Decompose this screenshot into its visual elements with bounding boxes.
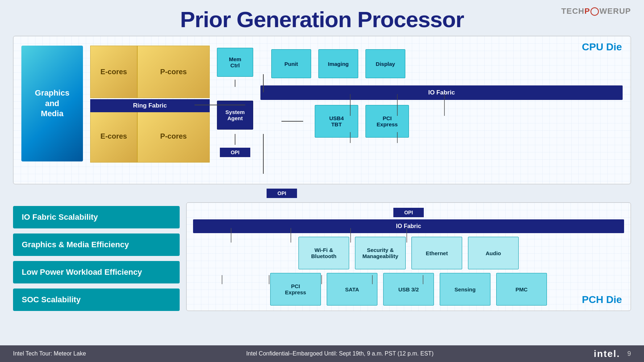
mem-to-agent-line [235, 80, 235, 87]
cpu-die-box: CPU Die [13, 36, 631, 184]
graphics-and-media-block: Graphics and Media [21, 46, 83, 161]
opi-connector-area: OPI [13, 189, 631, 198]
ring-fabric-bar: Ring Fabric [90, 99, 210, 112]
sensing-block: Sensing [440, 273, 490, 306]
bottom-section: IO Fabric Scalability Graphics & Media E… [13, 202, 631, 311]
io-fabric-bar-pch: IO Fabric [193, 219, 624, 233]
io-fabric-scalability-btn[interactable]: IO Fabric Scalability [13, 206, 180, 228]
system-agent-block: System Agent [217, 101, 253, 130]
ep-row-top: E-cores P-cores [90, 46, 210, 98]
opi-connector: OPI [267, 189, 297, 198]
low-power-workload-btn[interactable]: Low Power Workload Efficiency [13, 261, 180, 283]
footer-left-text: Intel Tech Tour: Meteor Lake [13, 350, 86, 357]
pch-die-label: PCH Die [582, 294, 622, 306]
pci-express-block-cpu: PCI Express [365, 105, 409, 138]
left-buttons-panel: IO Fabric Scalability Graphics & Media E… [13, 202, 180, 311]
main-content: CPU Die [0, 36, 644, 311]
pch-inner: IO Fabric [193, 219, 624, 306]
techpowerup-logo: TECHP◯WERUP [561, 7, 631, 16]
agent-opi-line [235, 134, 235, 145]
opi-label-bottom: OPI [267, 189, 297, 198]
cpu-die-label: CPU Die [582, 41, 622, 53]
usb32-block: USB 3/2 [383, 273, 434, 306]
footer: Intel Tech Tour: Meteor Lake Intel Confi… [0, 345, 644, 362]
cpu-center: Mem Ctrl System Agent OPI [217, 46, 253, 157]
pch-opi-label: OPI [393, 208, 424, 217]
ethernet-block: Ethernet [411, 237, 462, 269]
cpu-right: Punit Imaging Display IO Fabric USB4 TBT… [260, 46, 623, 138]
sata-block: SATA [327, 273, 377, 306]
page-title: Prior Generation Processor [0, 7, 644, 32]
ep-row-bottom: E-cores P-cores [90, 110, 210, 163]
soc-scalability-btn[interactable]: SOC Scalability [13, 289, 180, 311]
pch-opi-area: OPI [193, 208, 624, 217]
header: Prior Generation Processor TECHP◯WERUP [0, 0, 644, 36]
punit-block: Punit [271, 49, 311, 78]
footer-right: intel. 9 [594, 348, 631, 359]
pci-express-block-pch: PCI Express [270, 273, 321, 306]
io-fabric-bar-cpu: IO Fabric [260, 85, 623, 100]
pch-top-row: Wi-Fi & Bluetooth Security & Manageabili… [193, 237, 624, 269]
power-text: P [584, 7, 590, 16]
bottom-peripherals: USB4 TBT PCI Express [315, 105, 623, 138]
audio-block: Audio [468, 237, 519, 269]
footer-center-text: Intel Confidential–Embargoed Until: Sept… [86, 350, 594, 357]
pmc-block: PMC [496, 273, 547, 306]
e-cores-top: E-cores [90, 46, 137, 98]
page-number: 9 [627, 350, 631, 358]
security-manageability-block: Security & Manageability [355, 237, 406, 269]
pch-bottom-row: PCI Express SATA USB 3/2 Sensing PMC [193, 273, 624, 306]
power-icon: ◯ [590, 7, 599, 16]
mem-ctrl-block: Mem Ctrl [217, 48, 253, 77]
top-peripherals: Punit Imaging Display [271, 49, 623, 78]
intel-logo: intel. [594, 348, 620, 359]
display-block: Display [365, 49, 405, 78]
graphics-media-efficiency-btn[interactable]: Graphics & Media Efficiency [13, 233, 180, 256]
pch-die-box: PCH Die OPI IO Fabric [186, 202, 631, 311]
ep-cores-grid: E-cores P-cores Ring Fabric E-cores P-co… [90, 46, 210, 161]
usb4-tbt-block: USB4 TBT [315, 105, 358, 138]
p-cores-bottom: P-cores [137, 110, 210, 163]
imaging-block: Imaging [318, 49, 358, 78]
e-cores-bottom: E-cores [90, 110, 137, 163]
wifi-bluetooth-block: Wi-Fi & Bluetooth [298, 237, 349, 269]
opi-label-top: OPI [220, 148, 250, 157]
p-cores-top: P-cores [137, 46, 210, 98]
